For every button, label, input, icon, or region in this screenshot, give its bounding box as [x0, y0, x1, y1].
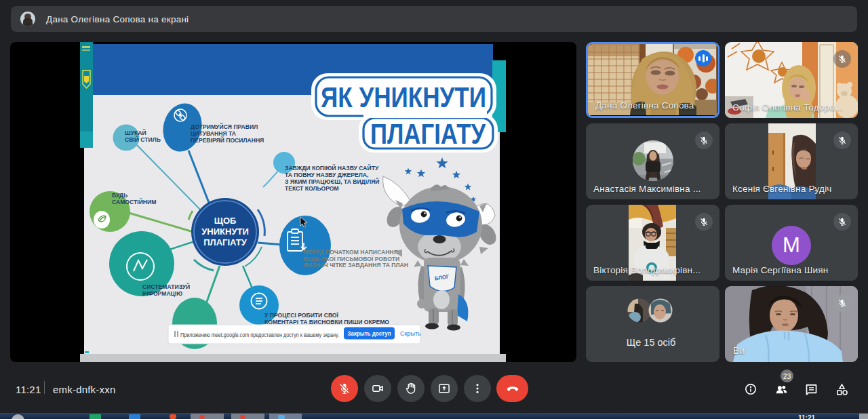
svg-text:ПЛАГІАТУ: ПЛАГІАТУ: [203, 237, 248, 247]
svg-text:ЯК УНИКНУТИ: ЯК УНИКНУТИ: [321, 81, 486, 113]
svg-text:ШУКАЙ: ШУКАЙ: [125, 129, 146, 136]
svg-text:Скрыть: Скрыть: [400, 330, 421, 337]
svg-text:ТА ПОВНУ НАЗВУ ДЖЕРЕЛА,: ТА ПОВНУ НАЗВУ ДЖЕРЕЛА,: [285, 172, 368, 178]
svg-text:СИСТЕМАТИЗУЙ: СИСТЕМАТИЗУЙ: [142, 283, 190, 290]
svg-text:СВІЙ СТИЛЬ: СВІЙ СТИЛЬ: [125, 136, 161, 143]
svg-text:БУДЬ: БУДЬ: [112, 192, 127, 199]
svg-text:Закрыть доступ: Закрыть доступ: [348, 330, 391, 337]
svg-text:ПЕРЕД ПОЧАТКОМ НАПИСАННЯ: ПЕРЕД ПОЧАТКОМ НАПИСАННЯ: [304, 249, 398, 256]
svg-text:ПЕРЕВІРЯЙ ПОСИЛАННЯ: ПЕРЕВІРЯЙ ПОСИЛАННЯ: [191, 136, 264, 144]
svg-text:ПЛАГІАТУ: ПЛАГІАТУ: [370, 117, 486, 150]
svg-text:ЦИТУВАННЯ ТА: ЦИТУВАННЯ ТА: [191, 130, 236, 137]
svg-text:Ще 15 осіб: Ще 15 осіб: [627, 337, 676, 348]
svg-text:З ЯКИМ ПРАЦЮЄШ, ТА ВИДІЛЯЙ: З ЯКИМ ПРАЦЮЄШ, ТА ВИДІЛЯЙ: [285, 178, 380, 185]
svg-text:ВИЗНАЧ ЧІТКЕ ЗАВДАННЯ ТА ПЛАН: ВИЗНАЧ ЧІТКЕ ЗАВДАННЯ ТА ПЛАН: [304, 262, 408, 268]
svg-text:ЗАВЖДИ КОПІЮЙ НАЗВУ САЙТУ: ЗАВЖДИ КОПІЮЙ НАЗВУ САЙТУ: [285, 164, 379, 172]
svg-text:САМОСТІЙНИМ: САМОСТІЙНИМ: [112, 198, 156, 205]
svg-text:ЩОБ: ЩОБ: [214, 216, 237, 226]
svg-text:ІНФОРМАЦІЮ: ІНФОРМАЦІЮ: [142, 290, 182, 297]
svg-text:ТЕКСТ КОЛЬОРОМ: ТЕКСТ КОЛЬОРОМ: [285, 185, 339, 192]
svg-text:БУДЬ-ЯКОЇ ПИСЬМОВОЇ РОБОТИ: БУДЬ-ЯКОЇ ПИСЬМОВОЇ РОБОТИ: [304, 256, 399, 262]
svg-text:У ПРОЦЕСІ РОБИТИ СВОЇ: У ПРОЦЕСІ РОБИТИ СВОЇ: [264, 312, 339, 319]
svg-text:ДОТРИМУЙСЯ ПРАВИЛ: ДОТРИМУЙСЯ ПРАВИЛ: [191, 123, 258, 130]
svg-text:Приложению meet.google.com пре: Приложению meet.google.com предоставлен …: [180, 332, 339, 338]
svg-text:УНИКНУТИ: УНИКНУТИ: [201, 226, 249, 237]
